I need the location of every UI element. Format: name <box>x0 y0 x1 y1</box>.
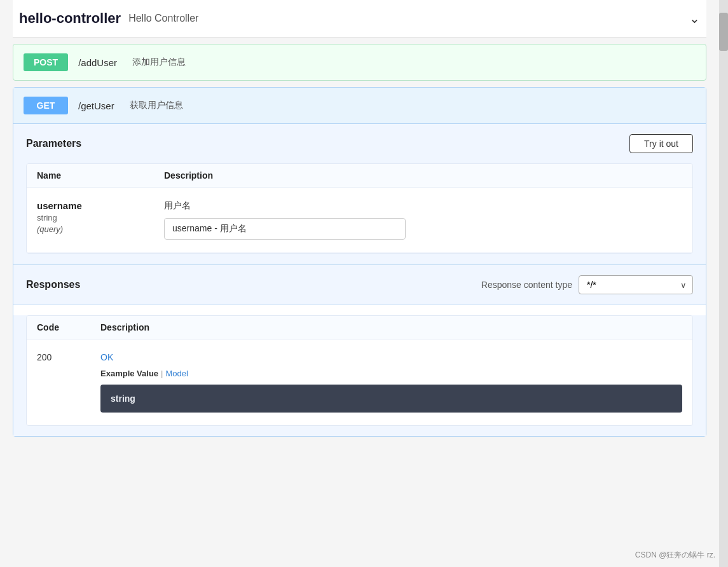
parameters-title: Parameters <box>26 138 81 149</box>
get-endpoint-wrapper: GET /getUser 获取用户信息 Parameters Try it ou… <box>13 87 706 437</box>
param-location: (query) <box>37 224 164 234</box>
params-name-header: Name <box>37 170 164 181</box>
table-row: username string (query) 用户名 <box>27 188 692 253</box>
content-type-select[interactable]: */* <box>579 275 693 294</box>
responses-header: Responses Response content type */* <box>26 275 693 294</box>
controller-header: hello-controller Hello Controller ⌄ <box>13 0 706 38</box>
responses-title: Responses <box>26 279 80 290</box>
param-type: string <box>37 213 164 222</box>
link-separator: | <box>161 369 163 378</box>
get-endpoint-header[interactable]: GET /getUser 获取用户信息 <box>13 88 706 124</box>
controller-description: Hello Controller <box>128 13 198 24</box>
content-type-area: Response content type */* <box>481 275 693 294</box>
responses-description-header: Description <box>100 322 682 332</box>
get-method-badge: GET <box>24 97 68 114</box>
example-value-link[interactable]: Example Value <box>100 369 158 378</box>
chevron-down-icon[interactable]: ⌄ <box>689 11 700 26</box>
post-endpoint-description: 添加用户信息 <box>132 57 186 68</box>
model-link[interactable]: Model <box>165 369 188 378</box>
params-table-header: Name Description <box>27 164 692 188</box>
responses-table-wrapper: Code Description 200 OK Example Value | … <box>13 315 706 436</box>
responses-section: Responses Response content type */* <box>13 264 706 305</box>
responses-table: Code Description 200 OK Example Value | … <box>26 315 693 426</box>
get-endpoint-description: 获取用户信息 <box>130 100 183 111</box>
param-name-cell: username string (query) <box>37 200 164 234</box>
scrollbar[interactable] <box>719 0 728 567</box>
param-description: 用户名 <box>164 200 682 212</box>
params-description-header: Description <box>164 170 682 181</box>
response-code: 200 <box>37 352 100 362</box>
response-links: Example Value | Model <box>100 369 682 378</box>
parameters-table: Name Description username string (query)… <box>26 163 693 254</box>
param-name: username <box>37 200 164 211</box>
try-it-out-button[interactable]: Try it out <box>629 134 693 153</box>
content-type-select-wrapper[interactable]: */* <box>579 275 693 294</box>
schema-type: string <box>111 393 135 404</box>
page-wrapper: hello-controller Hello Controller ⌄ POST… <box>0 0 728 567</box>
responses-code-header: Code <box>37 322 100 332</box>
table-row: 200 OK Example Value | Model string <box>27 339 692 425</box>
username-input[interactable] <box>164 218 406 240</box>
param-desc-cell: 用户名 <box>164 200 682 240</box>
watermark: CSDN @狂奔の蜗牛 rz. <box>635 550 715 561</box>
response-desc-cell: OK Example Value | Model string <box>100 352 682 413</box>
response-status: OK <box>100 352 682 362</box>
response-schema-box: string <box>100 385 682 413</box>
post-method-badge: POST <box>24 53 68 71</box>
main-content: hello-controller Hello Controller ⌄ POST… <box>0 0 719 456</box>
controller-header-left: hello-controller Hello Controller <box>19 10 198 27</box>
scrollbar-thumb[interactable] <box>719 13 728 51</box>
post-endpoint-path: /addUser <box>78 57 117 68</box>
content-type-label: Response content type <box>481 280 572 290</box>
parameters-header: Parameters Try it out <box>26 134 693 153</box>
responses-table-header: Code Description <box>27 316 692 339</box>
controller-name: hello-controller <box>19 10 121 27</box>
parameters-section: Parameters Try it out Name Description u… <box>13 124 706 264</box>
get-endpoint-path: /getUser <box>78 100 114 111</box>
post-endpoint[interactable]: POST /addUser 添加用户信息 <box>13 44 706 81</box>
